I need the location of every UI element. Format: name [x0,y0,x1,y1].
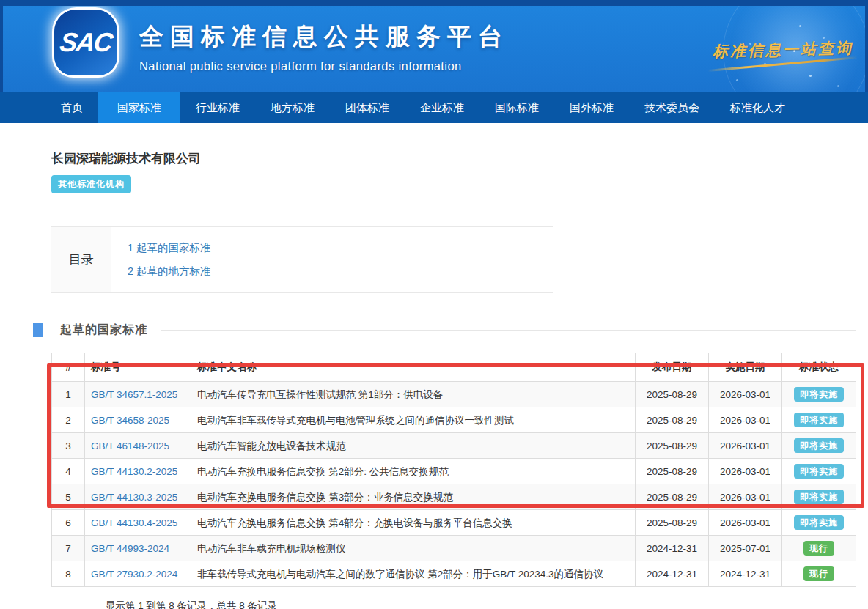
table-row: 8 GB/T 27930.2-2024 非车载传导式充电机与电动汽车之间的数字通… [52,561,856,587]
standard-code-link[interactable]: GB/T 44993-2024 [91,543,169,554]
col-header-standard-code: 标准号 [85,353,191,382]
company-name: 长园深瑞能源技术有限公司 [51,150,868,167]
section-divider-line [161,330,856,331]
standard-code-link[interactable]: GB/T 44130.2-2025 [91,466,177,477]
nav-item-5[interactable]: 企业标准 [405,92,479,123]
nav-item-0[interactable]: 首页 [45,92,98,123]
table-row: 4 GB/T 44130.2-2025 电动汽车充换电服务信息交换 第2部分: … [52,459,856,484]
status-badge: 现行 [803,541,834,556]
standards-table-wrap: # 标准号 标准中文名称 发布日期 实施日期 标准状态 1 GB/T 34657… [51,353,856,609]
banner-inner: SAC 全国标准信息公共服务平台 National public service… [3,6,865,92]
table-row: 1 GB/T 34657.1-2025 电动汽车传导充电互操作性测试规范 第1部… [52,382,856,407]
nav-item-8[interactable]: 技术委员会 [629,92,715,123]
standard-code-link[interactable]: GB/T 44130.4-2025 [91,517,177,528]
table-row: 7 GB/T 44993-2024 电动汽车非车载充电机现场检测仪 2024-1… [52,536,856,561]
status-badge: 即将实施 [794,387,844,402]
status-badge: 即将实施 [794,464,844,479]
section-title: 起草的国家标准 [60,322,147,338]
nav-item-9[interactable]: 标准化人才 [715,92,801,123]
table-row: 3 GB/T 46148-2025 电动汽车智能充放电设备技术规范 2025-0… [52,433,856,459]
catalog-link-0[interactable]: 1 起草的国家标准 [128,239,211,257]
nav-item-6[interactable]: 国际标准 [479,92,554,123]
main-nav: 首页国家标准行业标准地方标准团体标准企业标准国际标准国外标准技术委员会标准化人才 [0,92,868,123]
record-count-text: 显示第 1 到第 8 条记录，总共 8 条记录 [106,599,856,609]
standard-code-link[interactable]: GB/T 44130.3-2025 [91,492,177,503]
status-badge: 即将实施 [794,490,844,504]
col-header-implement-date: 实施日期 [709,353,782,382]
status-badge: 现行 [803,566,834,581]
sac-logo-text: SAC [58,27,114,58]
col-header-standard-name: 标准中文名称 [191,353,636,382]
status-badge: 即将实施 [794,515,844,530]
nav-item-4[interactable]: 团体标准 [330,92,405,123]
catalog-link-1[interactable]: 2 起草的地方标准 [128,262,211,281]
col-header-status: 标准状态 [782,353,856,382]
catalog-label: 目录 [51,227,111,292]
site-banner: SAC 全国标准信息公共服务平台 National public service… [0,0,868,92]
nav-item-7[interactable]: 国外标准 [554,92,629,123]
standard-code-link[interactable]: GB/T 46148-2025 [91,440,169,451]
nav-item-2[interactable]: 行业标准 [180,92,255,123]
sac-logo-icon: SAC [54,10,117,75]
nav-item-3[interactable]: 地方标准 [255,92,330,123]
nav-item-1[interactable]: 国家标准 [98,92,180,123]
section-marker-icon [33,323,43,337]
col-header-publish-date: 发布日期 [636,353,709,382]
catalog-links: 1 起草的国家标准2 起草的地方标准 [111,227,211,292]
org-type-badge: 其他标准化机构 [51,175,131,193]
site-title: 全国标准信息公共服务平台 [139,21,509,53]
standard-code-link[interactable]: GB/T 27930.2-2024 [91,569,177,580]
table-header-row: # 标准号 标准中文名称 发布日期 实施日期 标准状态 [52,353,856,382]
content: 长园深瑞能源技术有限公司 其他标准化机构 目录 1 起草的国家标准2 起草的地方… [0,150,868,609]
table-row: 2 GB/T 34658-2025 电动汽车非车载传导式充电机与电池管理系统之间… [52,407,856,433]
status-badge: 即将实施 [794,438,844,453]
catalog-panel: 目录 1 起草的国家标准2 起草的地方标准 [51,226,553,293]
status-badge: 即将实施 [794,413,844,427]
table-row: 6 GB/T 44130.4-2025 电动汽车充换电服务信息交换 第4部分：充… [52,510,856,536]
banner-titles: 全国标准信息公共服务平台 National public service pla… [139,21,509,73]
site-subtitle: National public service platform for sta… [139,59,509,73]
col-header-index: # [52,353,85,382]
standard-code-link[interactable]: GB/T 34657.1-2025 [91,389,177,400]
standards-table: # 标准号 标准中文名称 发布日期 实施日期 标准状态 1 GB/T 34657… [51,353,856,587]
table-row: 5 GB/T 44130.3-2025 电动汽车充换电服务信息交换 第3部分：业… [52,484,856,510]
section-header: 起草的国家标准 [33,322,856,338]
standard-code-link[interactable]: GB/T 34658-2025 [91,415,169,426]
